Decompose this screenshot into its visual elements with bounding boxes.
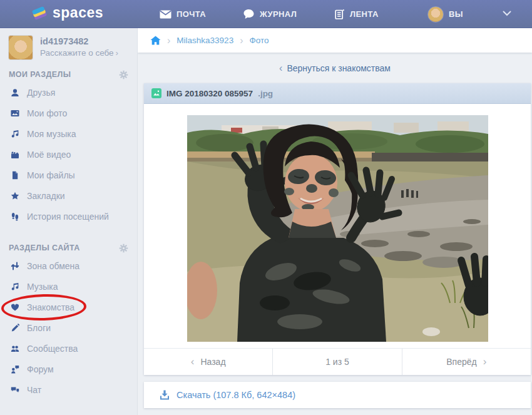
sidebar-item-label: История посещений <box>27 212 109 222</box>
feed-icon <box>334 9 345 20</box>
pen-icon <box>10 324 19 332</box>
back-to-dating-link[interactable]: ‹Вернуться к знакомствам <box>279 63 391 74</box>
photos-icon <box>10 109 19 118</box>
nav-journal-label: ЖУРНАЛ <box>260 9 297 19</box>
sidebar-item-dating[interactable]: Знакомства <box>0 297 137 317</box>
sidebar-item-label: Закладки <box>27 191 65 201</box>
sidebar-item-forum[interactable]: Форум <box>0 359 137 379</box>
prev-label: Назад <box>200 357 225 367</box>
next-label: Вперёд <box>446 357 476 367</box>
sidebar-item-label: Блоги <box>27 323 51 333</box>
mail-icon <box>160 10 171 19</box>
nav-you-label: ВЫ <box>449 9 463 19</box>
top-header: spaces ПОЧТА ЖУРНАЛ ЛЕНТА <box>0 0 532 28</box>
chevron-down-icon[interactable] <box>503 11 511 16</box>
file-icon <box>10 171 19 180</box>
heart-icon <box>10 303 19 312</box>
sidebar-item-label: Сообщества <box>27 344 78 354</box>
sidebar-item-friends[interactable]: Друзья <box>0 82 137 103</box>
sidebar-item-label: Знакомства <box>27 302 74 312</box>
nav-mail[interactable]: ПОЧТА <box>160 0 206 28</box>
sidebar-item-chat[interactable]: Чат <box>0 379 137 400</box>
exchange-icon <box>10 262 19 270</box>
sidebar-item-label: Друзья <box>27 88 55 98</box>
download-bar: Скачать (107.8 Кб, 642×484) <box>144 382 531 408</box>
nav-mail-label: ПОЧТА <box>176 9 206 19</box>
photo-panel: IMG 20180320 085957.jpg <box>144 83 531 375</box>
sidebar-item-label: Чат <box>27 385 41 395</box>
profile-id: id41973482 <box>40 36 118 46</box>
chat-icon <box>10 386 19 394</box>
profile-texts: id41973482 Расскажите о себе› <box>40 36 118 63</box>
chevron-left-icon: ‹ <box>191 356 195 368</box>
photo-filename: IMG 20180320 085957 <box>166 89 253 98</box>
sidebar-item-communities[interactable]: Сообщества <box>0 338 137 359</box>
forum-icon <box>10 365 19 374</box>
section-title-label: РАЗДЕЛЫ САЙТА <box>9 243 80 252</box>
sidebar-item-label: Музыка <box>27 282 58 292</box>
chevron-right-icon: › <box>483 356 487 368</box>
home-icon[interactable] <box>150 36 161 45</box>
sidebar-item-label: Мои файлы <box>27 170 75 180</box>
download-link[interactable]: Скачать (107.8 Кб, 642×484) <box>176 390 295 400</box>
profile-about: Расскажите о себе› <box>40 48 118 58</box>
section-title-label: МОИ РАЗДЕЛЫ <box>9 70 71 79</box>
chevron-right-icon: › <box>116 48 119 58</box>
profile-avatar <box>9 36 33 59</box>
breadcrumb-separator: › <box>240 35 243 46</box>
sidebar-item-label: Моя музыка <box>27 129 76 139</box>
sidebar-item-my-photos[interactable]: Мои фото <box>0 103 137 123</box>
gear-icon[interactable] <box>119 70 128 79</box>
sidebar: id41973482 Расскажите о себе› МОИ РАЗДЕЛ… <box>0 28 138 415</box>
sidebar-item-blogs[interactable]: Блоги <box>0 317 137 338</box>
back-link-label: Вернуться к знакомствам <box>287 63 391 73</box>
sidebar-item-my-files[interactable]: Мои файлы <box>0 165 137 185</box>
speech-bubble-icon <box>243 9 255 19</box>
nav-feed[interactable]: ЛЕНТА <box>334 0 379 28</box>
photo-image <box>187 115 488 342</box>
photo-pager: ‹ Назад 1 из 5 Вперёд › <box>144 348 531 375</box>
sidebar-profile[interactable]: id41973482 Расскажите о себе› <box>9 36 131 63</box>
breadcrumb-user-link[interactable]: Milashka33923 <box>176 36 233 45</box>
section-title-site-sections: РАЗДЕЛЫ САЙТА <box>9 242 128 254</box>
music-icon <box>10 282 19 291</box>
sidebar-item-label: Форум <box>27 364 54 374</box>
breadcrumb-section-link[interactable]: Фото <box>249 36 269 45</box>
breadcrumb-separator: › <box>167 35 170 46</box>
nav-feed-label: ЛЕНТА <box>350 9 379 19</box>
pager-position: 1 из 5 <box>272 349 402 375</box>
spaces-logo-icon <box>31 5 48 21</box>
gear-icon[interactable] <box>119 243 128 253</box>
nav-you[interactable]: ВЫ <box>427 0 463 28</box>
section-title-my-sections: МОИ РАЗДЕЛЫ <box>9 68 128 81</box>
download-icon <box>159 389 170 401</box>
sidebar-item-visit-history[interactable]: История посещений <box>0 206 137 227</box>
nav-journal[interactable]: ЖУРНАЛ <box>243 0 297 28</box>
prev-button[interactable]: ‹ Назад <box>144 349 272 375</box>
main-content: › Milashka33923 › Фото ‹Вернуться к знак… <box>138 28 532 415</box>
sidebar-item-exchange-zone[interactable]: Зона обмена <box>0 255 137 276</box>
sidebar-item-my-video[interactable]: Моё видео <box>0 144 137 165</box>
star-icon <box>10 192 19 200</box>
sidebar-item-my-music[interactable]: Моя музыка <box>0 123 137 144</box>
user-icon <box>10 88 19 97</box>
sidebar-item-label: Мои фото <box>27 108 67 118</box>
user-avatar <box>427 6 444 23</box>
sidebar-item-music[interactable]: Музыка <box>0 276 137 297</box>
sidebar-item-label: Моё видео <box>27 150 71 160</box>
chevron-left-icon: ‹ <box>279 63 282 73</box>
pager-position-label: 1 из 5 <box>325 357 349 367</box>
footprints-icon <box>10 212 19 221</box>
communities-icon <box>10 344 19 353</box>
profile-about-label: Расскажите о себе <box>40 48 114 58</box>
image-file-icon <box>151 88 161 98</box>
video-icon <box>10 150 19 159</box>
spaces-logo[interactable]: spaces <box>31 4 103 21</box>
sidebar-item-bookmarks[interactable]: Закладки <box>0 185 137 206</box>
back-row: ‹Вернуться к знакомствам <box>138 53 532 83</box>
next-button[interactable]: Вперёд › <box>402 349 531 375</box>
sidebar-item-label: Зона обмена <box>27 261 79 271</box>
photo-panel-body <box>144 104 531 348</box>
photo-panel-header: IMG 20180320 085957.jpg <box>144 83 531 104</box>
photo-extension: .jpg <box>258 89 273 98</box>
